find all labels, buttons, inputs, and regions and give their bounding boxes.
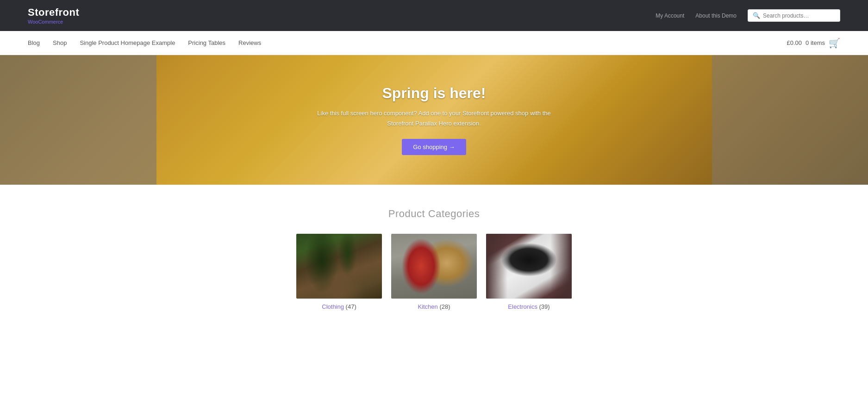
search-box: 🔍 [748,9,840,22]
category-name-electronics: Electronics [508,303,537,310]
category-label-kitchen[interactable]: Kitchen (28) [391,303,477,310]
nav-blog[interactable]: Blog [28,32,40,54]
hero-left-overlay [0,55,156,185]
category-count-electronics: (39) [539,303,550,310]
brand-block: Storefront WooCommerce [28,6,79,25]
top-bar-right: My Account About this Demo 🔍 [656,9,840,22]
nav-pricing-tables[interactable]: Pricing Tables [188,32,225,54]
category-label-electronics[interactable]: Electronics (39) [486,303,572,310]
hero-right-overlay [712,55,868,185]
nav-links: Blog Shop Single Product Homepage Exampl… [28,32,261,54]
nav-shop[interactable]: Shop [53,32,67,54]
categories-section: Product Categories Clothing (47) Kitchen… [0,185,868,338]
categories-title: Product Categories [28,208,840,220]
cart-count: 0 items [806,39,825,46]
search-icon: 🔍 [753,12,760,19]
category-image-clothing [296,234,382,299]
category-card-electronics[interactable]: Electronics (39) [486,234,572,310]
hero-content: Spring is here! Like this full screen he… [295,85,573,155]
brand-sub: WooCommerce [28,19,79,25]
my-account-link[interactable]: My Account [656,12,684,19]
hero-section: Spring is here! Like this full screen he… [0,55,868,185]
cart-icon[interactable]: 🛒 [829,37,840,49]
nav-bar: Blog Shop Single Product Homepage Exampl… [0,31,868,55]
category-card-clothing[interactable]: Clothing (47) [296,234,382,310]
category-card-kitchen[interactable]: Kitchen (28) [391,234,477,310]
category-name-clothing: Clothing [322,303,344,310]
cart-area: £0.00 0 items 🛒 [787,37,840,49]
category-image-kitchen [391,234,477,299]
category-image-electronics [486,234,572,299]
category-count-kitchen: (28) [439,303,450,310]
cart-total: £0.00 [787,39,802,46]
top-bar: Storefront WooCommerce My Account About … [0,0,868,31]
category-label-clothing[interactable]: Clothing (47) [296,303,382,310]
nav-reviews[interactable]: Reviews [238,32,261,54]
about-demo-link[interactable]: About this Demo [695,12,737,19]
brand-name: Storefront [28,6,79,19]
hero-cta-button[interactable]: Go shopping → [402,139,466,155]
category-name-kitchen: Kitchen [418,303,437,310]
category-count-clothing: (47) [346,303,356,310]
search-input[interactable] [763,12,835,19]
nav-single-product[interactable]: Single Product Homepage Example [80,32,175,54]
hero-description: Like this full screen hero component? Ad… [305,108,564,129]
hero-title: Spring is here! [305,85,564,102]
categories-grid: Clothing (47) Kitchen (28) Electronics (… [28,234,840,310]
